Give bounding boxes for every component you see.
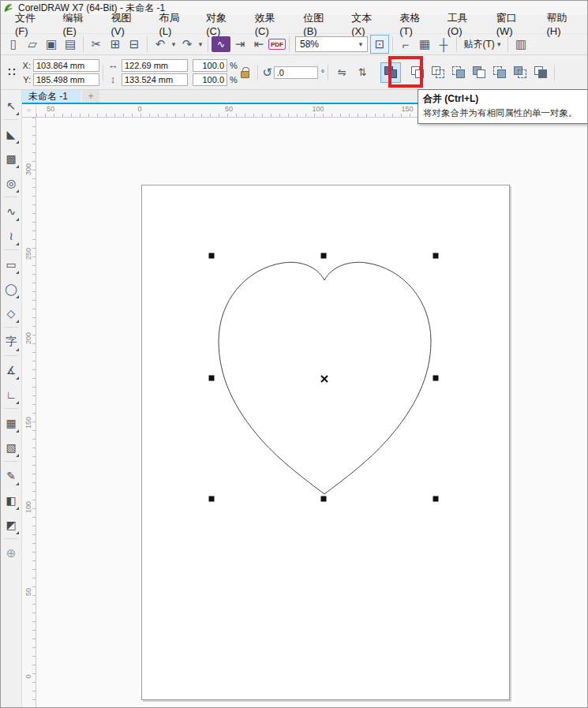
launcher-icon: ∿ <box>217 39 225 50</box>
undo-dropdown[interactable]: ▾ <box>170 35 178 54</box>
polygon-tool-icon: ◇ <box>7 307 16 320</box>
show-grid-button[interactable]: ▦ <box>415 35 434 54</box>
cut-button[interactable]: ✂ <box>87 35 106 54</box>
dimension-tool[interactable]: ∡ <box>2 358 21 382</box>
new-tab-button[interactable]: + <box>82 90 99 103</box>
ellipse-tool[interactable]: ◯ <box>2 276 21 301</box>
mirror-horizontal-button[interactable]: ⇋ <box>331 62 352 83</box>
freehand-tool[interactable]: ∿ <box>2 199 21 223</box>
copy-button[interactable]: ⊞ <box>106 35 125 54</box>
object-height-input[interactable] <box>122 73 188 86</box>
flyout-arrow-icon <box>16 348 19 351</box>
zoom-level-combo[interactable]: 58% ▾ <box>295 36 368 52</box>
trim-button[interactable] <box>428 62 448 83</box>
flyout-arrow-icon <box>16 531 19 534</box>
flyout-arrow-icon <box>16 507 19 510</box>
artistic-media-tool[interactable]: ≀ <box>2 223 21 248</box>
x-position-input[interactable] <box>33 59 99 72</box>
selection-center-x-marker[interactable] <box>321 376 328 382</box>
redo-button[interactable]: ↷ <box>178 35 197 54</box>
paste-button[interactable]: ⊟ <box>125 35 144 54</box>
create-boundary-button[interactable] <box>530 62 551 83</box>
rotation-angle-input[interactable] <box>274 66 318 79</box>
drop-shadow-tool[interactable]: ▦ <box>2 410 21 435</box>
options-button[interactable]: ▥ <box>511 35 530 54</box>
selection-handle[interactable] <box>433 496 439 502</box>
percent-label: % <box>230 61 238 70</box>
scale-horizontal-input[interactable] <box>193 59 227 72</box>
customize-toolbox-button[interactable]: ⊕ <box>2 541 21 565</box>
pick-tool[interactable]: ↖ <box>2 93 21 118</box>
selection-handle[interactable] <box>433 376 439 381</box>
export-button[interactable]: ⇤ <box>249 35 268 54</box>
snap-to-button[interactable]: 贴齐(T) ▾ <box>460 35 504 54</box>
show-guidelines-button[interactable]: ┼ <box>434 35 453 54</box>
print-icon: ▤ <box>65 37 76 51</box>
options-icon: ▥ <box>515 37 526 51</box>
transparency-tool[interactable]: ▧ <box>2 435 21 459</box>
weld-button[interactable] <box>407 62 428 83</box>
simplify-button[interactable] <box>469 62 489 83</box>
menu-bitmaps[interactable]: 位图(B) <box>292 9 340 39</box>
shape-tool[interactable]: ◣ <box>2 122 21 146</box>
front-minus-back-button[interactable] <box>489 62 510 83</box>
toolbox-divider <box>4 538 18 539</box>
zoom-tool[interactable]: ◎ <box>2 170 21 195</box>
object-width-input[interactable] <box>122 59 188 72</box>
undo-button[interactable]: ↶ <box>151 35 170 54</box>
selection-handle[interactable] <box>321 253 327 259</box>
selection-handle[interactable] <box>209 496 215 502</box>
combine-button[interactable] <box>380 62 401 83</box>
polygon-tool[interactable]: ◇ <box>2 301 21 325</box>
chevron-down-icon[interactable]: ▾ <box>354 40 367 48</box>
mirror-vertical-icon: ⇅ <box>356 66 369 78</box>
publish-pdf-button[interactable]: PDF <box>268 39 286 50</box>
open-button[interactable]: ▱ <box>23 35 42 54</box>
combine-icon <box>384 66 397 78</box>
document-tab[interactable]: 未命名 -1 <box>22 90 81 103</box>
grid-icon: ▦ <box>419 37 430 51</box>
vertical-ruler[interactable]: 300250200150100500 <box>22 118 36 708</box>
propbar-separator <box>328 65 328 81</box>
new-document-button[interactable]: ▯ <box>4 35 23 54</box>
connector-tool[interactable]: ∟ <box>2 382 21 406</box>
zoom-level-value: 58% <box>296 39 354 50</box>
toolbar-separator <box>208 36 208 52</box>
selection-handle[interactable] <box>433 253 439 259</box>
menu-bar: 文件(F)编辑(E)视图(V)布局(L)对象(C)效果(C)位图(B)文本(X)… <box>1 15 587 33</box>
zoom-to-fit-button[interactable]: ⊡ <box>370 35 389 54</box>
combine-tooltip: 合并 (Ctrl+L) 将对象合并为有相同属性的单一对象。 <box>418 89 588 124</box>
menu-help[interactable]: 帮助(H) <box>535 9 584 39</box>
import-button[interactable]: ⇥ <box>230 35 249 54</box>
selection-handle[interactable] <box>321 496 327 502</box>
show-rulers-button[interactable]: ⌐ <box>396 35 415 54</box>
undo-arrow-icon: ↶ <box>155 37 166 51</box>
smart-fill-tool[interactable]: ◩ <box>2 512 21 537</box>
drawing-canvas[interactable] <box>36 118 587 708</box>
interactive-fill-tool[interactable]: ◧ <box>2 488 21 512</box>
intersect-button[interactable] <box>448 62 469 83</box>
artistic-media-tool-icon: ≀ <box>9 230 13 242</box>
rectangle-tool[interactable]: ▭ <box>2 252 21 276</box>
vruler-label: 100 <box>24 502 32 513</box>
toolbox-divider <box>4 355 18 356</box>
print-button[interactable]: ▤ <box>61 35 80 54</box>
ruler-origin[interactable]: ⁘ <box>22 104 36 118</box>
back-minus-front-button[interactable] <box>510 62 530 83</box>
save-button[interactable]: ▣ <box>42 35 61 54</box>
text-tool[interactable]: 字 <box>2 329 21 354</box>
selection-handle[interactable] <box>209 253 215 259</box>
crop-tool[interactable]: ▩ <box>2 146 21 170</box>
color-eyedropper-tool[interactable]: ✎ <box>2 463 21 488</box>
selection-handle[interactable] <box>209 376 215 381</box>
y-position-input[interactable] <box>33 73 99 86</box>
lock-ratio-icon[interactable] <box>241 71 249 78</box>
mirror-vertical-button[interactable]: ⇅ <box>352 62 373 83</box>
flyout-arrow-icon <box>16 242 19 245</box>
flyout-arrow-icon <box>16 482 19 485</box>
redo-dropdown[interactable]: ▾ <box>197 35 204 54</box>
flyout-arrow-icon <box>16 189 19 193</box>
application-launcher-button[interactable]: ∿ <box>212 36 230 52</box>
percent-label: % <box>230 75 238 84</box>
scale-vertical-input[interactable] <box>193 73 227 86</box>
